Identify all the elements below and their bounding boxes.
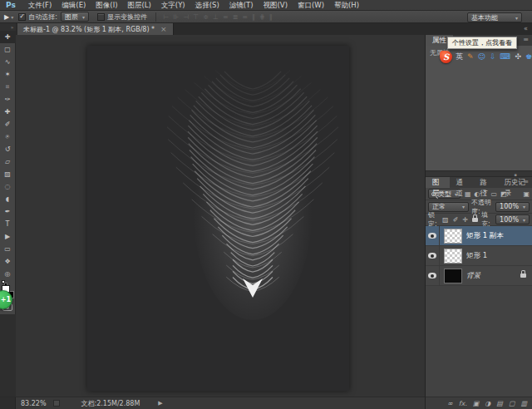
close-tab-icon[interactable]: × — [160, 25, 167, 33]
lock-all-icon[interactable] — [472, 218, 478, 222]
menu-item[interactable]: 文件(F) — [23, 0, 57, 11]
crop-tool[interactable]: ⌗ — [0, 81, 16, 93]
layers-bottom-bar: ∞fx.▣◑▤▢▥ — [426, 397, 532, 409]
lock-position-icon[interactable]: ✛ — [462, 216, 468, 224]
align-icon: ⊥ — [213, 13, 219, 21]
panel-menu-icon[interactable]: ≡ — [523, 36, 529, 43]
align-icon: ≣ — [233, 13, 239, 21]
blur-tool[interactable]: ◌ — [0, 180, 16, 193]
sogou-hand-icon[interactable]: ✣ — [515, 51, 521, 63]
opacity-dropdown[interactable]: 100% ▾ — [495, 202, 530, 212]
lock-transparent-icon[interactable]: ▨ — [442, 216, 449, 224]
new-layer-icon[interactable]: ▢ — [509, 400, 515, 407]
menu-item[interactable]: 帮助(H) — [329, 0, 364, 11]
filter-adjustment-icon[interactable]: ◐ — [475, 190, 480, 198]
sogou-tooltip-text: 个性设置，点我看看 — [452, 38, 512, 47]
eye-icon — [428, 253, 436, 259]
delete-layer-icon[interactable]: ▥ — [520, 400, 527, 407]
menu-items: 文件(F)编辑(E)图像(I)图层(L)文字(Y)选择(S)滤镜(T)视图(V)… — [23, 0, 364, 11]
gradient-tool[interactable]: ▨ — [0, 168, 16, 180]
document-tab-strip: 未标题-1 @ 83.2% (矩形 1 副本, RGB/8) * × « — [0, 23, 532, 35]
menu-item[interactable]: 图层(L) — [122, 0, 155, 11]
menu-item[interactable]: 文字(Y) — [156, 0, 190, 11]
right-panel-dock: 属性 ≡ 无属性 ▪ 图层通道路径历史记录 ≡ 类型 ▾ — [425, 35, 532, 409]
sogou-tooltip: 个性设置，点我看看 — [447, 37, 517, 49]
sogou-logo[interactable]: S — [440, 51, 452, 63]
workspace-label: 基本功能 — [471, 13, 498, 22]
layers-panel-tabs: 图层通道路径历史记录 ≡ — [426, 177, 532, 188]
type-tool[interactable]: T — [0, 218, 16, 230]
fill-dropdown[interactable]: 100% ▾ — [495, 214, 530, 224]
magic-wand-tool[interactable]: ✶ — [0, 68, 16, 81]
auto-select-checkbox[interactable] — [18, 13, 26, 21]
layer-mask-icon[interactable]: ▣ — [473, 400, 480, 407]
sogou-skin-icon[interactable]: ♚ — [525, 51, 532, 63]
layer-row[interactable]: 背景 — [426, 266, 532, 286]
menu-item[interactable]: 视图(V) — [259, 0, 293, 11]
menu-bar: Ps 文件(F)编辑(E)图像(I)图层(L)文字(Y)选择(S)滤镜(T)视图… — [0, 0, 532, 11]
link-layers-icon[interactable]: ∞ — [447, 400, 453, 407]
menu-item[interactable]: 滤镜(T) — [224, 0, 259, 11]
clone-stamp-tool[interactable]: ⍟ — [0, 131, 16, 143]
pen-tool[interactable]: ✒ — [0, 205, 16, 218]
layer-thumbnail[interactable] — [444, 229, 462, 244]
layers-panel: 图层通道路径历史记录 ≡ 类型 ▾ ▦◐T▭◩ ▣ 正常 ▾ — [426, 177, 532, 409]
sogou-lang-icon[interactable]: 英 — [456, 51, 463, 63]
workspace-switcher-button[interactable]: 基本功能 ▾ — [467, 12, 522, 22]
lock-pixels-icon[interactable]: ✐ — [453, 216, 459, 224]
path-select-tool[interactable]: ▶ — [0, 230, 16, 243]
menu-item[interactable]: 窗口(W) — [293, 0, 329, 11]
status-expand-icon[interactable]: ▶ — [158, 400, 162, 407]
filter-toggle-icon[interactable]: ▣ — [523, 190, 530, 198]
show-transform-checkbox[interactable] — [97, 13, 105, 21]
lasso-tool[interactable]: ∿ — [0, 56, 16, 68]
filter-shape-icon[interactable]: ▭ — [490, 190, 497, 198]
layers-panel-menu-icon[interactable]: ≡ — [523, 178, 529, 185]
panel-group-divider[interactable]: ▪ — [426, 170, 532, 177]
zoom-tool[interactable]: ◎ — [0, 268, 16, 280]
layer-name: 背景 — [466, 271, 520, 281]
hand-tool[interactable]: ❖ — [0, 255, 16, 268]
sogou-emoji-icon[interactable]: ☺ — [478, 51, 485, 63]
history-brush-tool[interactable]: ↺ — [0, 143, 16, 155]
visibility-toggle[interactable] — [426, 246, 440, 266]
adjustment-layer-icon[interactable]: ◑ — [485, 400, 490, 407]
auto-select-target-dropdown[interactable]: 图层 ▾ — [61, 12, 89, 22]
layer-thumbnail[interactable] — [444, 249, 462, 264]
filter-pixel-icon[interactable]: ▦ — [465, 190, 471, 198]
visibility-toggle[interactable] — [426, 266, 440, 286]
blend-arrow-icon: ▾ — [462, 204, 465, 209]
marquee-tool[interactable]: ▢ — [0, 43, 16, 56]
document-canvas[interactable] — [87, 46, 349, 391]
tools-collapse-icon[interactable]: » — [0, 23, 16, 31]
fill-value: 100% — [500, 216, 519, 224]
layer-row[interactable]: 矩形 1 — [426, 246, 532, 266]
sogou-mic-icon[interactable]: ⇩ — [490, 51, 496, 63]
layer-style-icon[interactable]: fx. — [459, 400, 467, 407]
eraser-tool[interactable]: ▱ — [0, 155, 16, 168]
visibility-toggle[interactable] — [426, 226, 440, 246]
tool-preset-arrow-icon[interactable]: ▾ — [11, 14, 13, 20]
healing-brush-tool[interactable]: ✚ — [0, 106, 16, 118]
layer-name: 矩形 1 — [466, 251, 532, 261]
brush-tool[interactable]: ✐ — [0, 118, 16, 131]
eyedropper-tool[interactable]: ✑ — [0, 93, 16, 106]
layer-group-icon[interactable]: ▤ — [496, 400, 503, 407]
align-icon: ⊢ — [163, 13, 169, 21]
document-tab[interactable]: 未标题-1 @ 83.2% (矩形 1 副本, RGB/8) * × — [17, 23, 174, 35]
menu-item[interactable]: 编辑(E) — [57, 0, 91, 11]
dodge-tool[interactable]: ◖ — [0, 193, 16, 205]
sogou-keyboard-icon[interactable]: ⌨ — [500, 51, 510, 63]
shape-tool[interactable]: ▭ — [0, 243, 16, 255]
tools-panel: » ✛▢∿✶⌗✑✚✐⍟↺▱▨◌◖✒T▶▭❖◎ — [0, 23, 16, 314]
layer-thumbnail[interactable] — [444, 269, 462, 283]
move-tool[interactable]: ✛ — [0, 31, 16, 43]
layer-row[interactable]: 矩形 1 副本 — [426, 226, 532, 246]
zoom-level-field[interactable]: 83.22% — [21, 400, 47, 407]
sogou-pen-icon[interactable]: ✎ — [467, 51, 474, 63]
menu-item[interactable]: 图像(I) — [91, 0, 122, 11]
lock-row: 锁定: ▨✐✛ 填充: 100% ▾ — [426, 214, 532, 226]
properties-panel-body: 无属性 — [426, 46, 532, 170]
dock-collapse-icon[interactable]: « — [524, 25, 528, 32]
menu-item[interactable]: 选择(S) — [190, 0, 224, 11]
